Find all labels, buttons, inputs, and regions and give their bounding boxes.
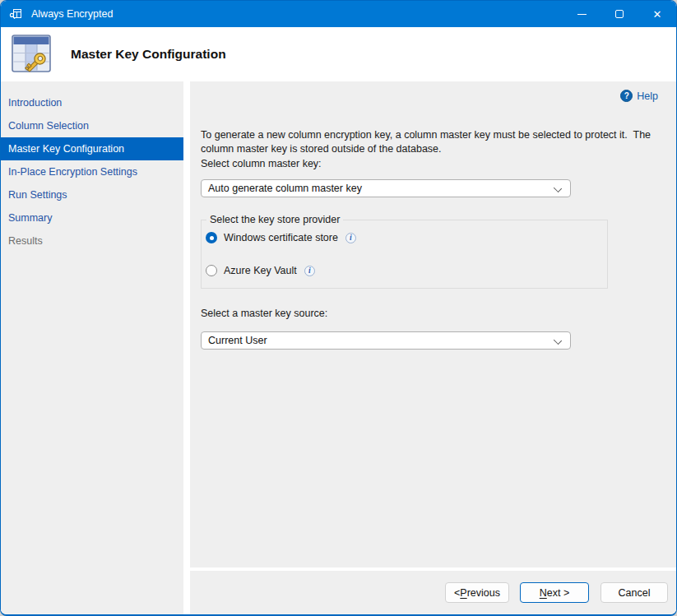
chevron-down-icon (554, 336, 562, 345)
radio-azure-key-vault-label: Azure Key Vault (224, 265, 297, 276)
key-store-provider-group: Select the key store provider Windows ce… (201, 220, 608, 289)
titlebar[interactable]: Always Encrypted ✕ (1, 1, 676, 27)
radio-windows-certificate-store-label: Windows certificate store (224, 232, 338, 243)
info-icon[interactable]: i (345, 233, 356, 243)
intro-text: To generate a new column encryption key,… (201, 128, 665, 156)
sidebar-item-in-place-encryption-settings[interactable]: In-Place Encryption Settings (1, 160, 183, 183)
next-button[interactable]: Next > (520, 582, 589, 603)
wizard-footer: < Previous Next > Cancel (190, 571, 676, 614)
radio-windows-certificate-store[interactable]: Windows certificate store i (206, 232, 356, 243)
sidebar-item-summary[interactable]: Summary (1, 206, 183, 229)
previous-button[interactable]: < Previous (445, 582, 509, 603)
help-link[interactable]: ? Help (620, 90, 658, 102)
sidebar-item-results: Results (1, 229, 183, 252)
window-title: Always Encrypted (31, 8, 113, 20)
table-with-key-icon (10, 31, 53, 77)
help-icon: ? (620, 90, 633, 102)
sidebar-item-column-selection[interactable]: Column Selection (1, 114, 183, 137)
chevron-down-icon (554, 184, 562, 192)
radio-unselected-icon[interactable] (206, 265, 217, 276)
sidebar-content-divider (183, 81, 190, 614)
maximize-button[interactable] (600, 1, 638, 27)
minimize-icon (577, 14, 587, 15)
column-master-key-value: Auto generate column master key (208, 183, 362, 194)
close-button[interactable]: ✕ (638, 1, 676, 27)
info-icon[interactable]: i (304, 266, 315, 276)
maximize-icon (615, 10, 624, 18)
wizard-header: Master Key Configuration (1, 27, 676, 81)
sidebar-item-introduction[interactable]: Introduction (1, 91, 183, 114)
master-key-source-value: Current User (208, 335, 267, 346)
radio-azure-key-vault[interactable]: Azure Key Vault i (206, 265, 315, 276)
wizard-steps-sidebar: Introduction Column Selection Master Key… (1, 81, 183, 614)
sidebar-item-run-settings[interactable]: Run Settings (1, 183, 183, 206)
key-store-provider-legend: Select the key store provider (206, 214, 343, 225)
cancel-button[interactable]: Cancel (600, 582, 668, 603)
column-master-key-select[interactable]: Auto generate column master key (201, 179, 571, 197)
close-icon: ✕ (653, 9, 662, 20)
master-key-source-label: Select a master key source: (201, 308, 327, 319)
column-master-key-label: Select column master key: (201, 158, 322, 169)
master-key-source-select[interactable]: Current User (201, 331, 571, 350)
always-encrypted-wizard-window: Always Encrypted ✕ Master Key Configurat… (0, 0, 677, 616)
help-label: Help (637, 90, 658, 102)
page-title: Master Key Configuration (71, 47, 226, 62)
app-table-key-icon (9, 7, 23, 21)
master-key-configuration-pane: ? Help To generate a new column encrypti… (190, 81, 676, 567)
minimize-button[interactable] (563, 1, 600, 27)
radio-selected-icon[interactable] (206, 232, 217, 243)
sidebar-item-master-key-configuration[interactable]: Master Key Configuration (1, 137, 183, 160)
